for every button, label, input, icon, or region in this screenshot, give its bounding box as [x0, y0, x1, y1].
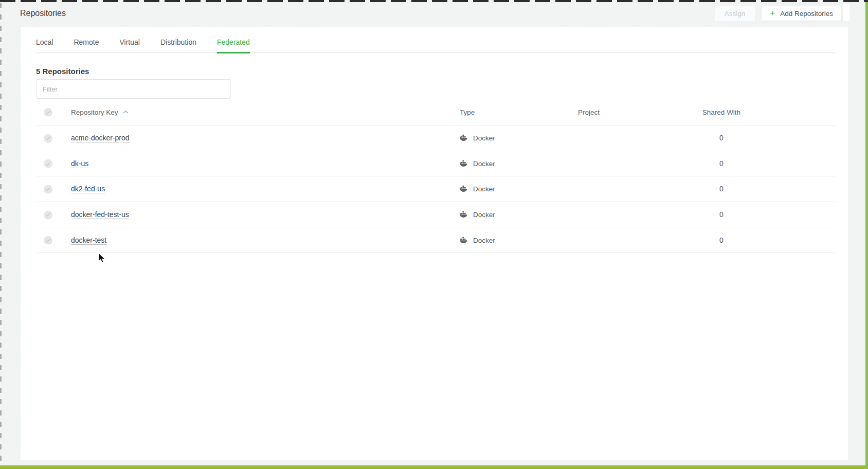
shared-with-count: 0 [699, 134, 744, 142]
tab-federated[interactable]: Federated [217, 38, 250, 52]
docker-whale-icon [460, 237, 467, 243]
type-label: Docker [473, 185, 495, 193]
table-header-row: Repository Key Type Project Shared With [36, 99, 836, 125]
row-checkbox[interactable] [44, 159, 52, 169]
table-row: dk2-fed-usDocker0 [36, 176, 836, 202]
repo-count-heading: 5 Repositories [36, 67, 836, 76]
partial-element-sliver [843, 4, 849, 21]
page-title: Repositories [20, 9, 66, 18]
type-label: Docker [473, 236, 495, 244]
repository-key-header-label: Repository Key [71, 108, 118, 116]
table-row: docker-fed-test-usDocker0 [36, 202, 836, 228]
frame-right-green-bar [865, 2, 868, 469]
plus-icon: + [770, 8, 775, 18]
type-label: Docker [473, 134, 495, 142]
type-cell: Docker [460, 185, 495, 193]
sort-ascending-icon [123, 110, 129, 114]
repository-link[interactable]: dk-us [71, 159, 88, 168]
type-cell: Docker [460, 159, 495, 167]
check-icon [46, 187, 50, 191]
select-all-checkbox[interactable] [44, 107, 52, 117]
docker-whale-icon [460, 160, 467, 167]
docker-whale-icon [460, 135, 467, 141]
tab-bar: LocalRemoteVirtualDistributionFederated [36, 27, 836, 53]
type-label: Docker [473, 211, 495, 219]
filter-input[interactable] [36, 79, 231, 99]
check-circle-icon [44, 210, 52, 219]
check-icon [46, 162, 50, 166]
shared-with-count: 0 [699, 210, 744, 219]
type-cell: Docker [460, 134, 495, 142]
tab-distribution[interactable]: Distribution [160, 38, 196, 52]
check-circle-icon [44, 108, 52, 117]
column-header-type: Type [460, 108, 475, 116]
shared-with-count: 0 [699, 236, 744, 244]
check-circle-icon [44, 159, 52, 168]
app-window: Repositories Assign + Add Repositories L… [0, 0, 868, 469]
check-icon [46, 238, 50, 242]
add-repositories-label: Add Repositories [780, 10, 833, 17]
repository-link[interactable]: acme-docker-prod [71, 134, 130, 142]
type-cell: Docker [460, 211, 495, 219]
repository-link[interactable]: docker-test [71, 236, 106, 244]
row-checkbox[interactable] [44, 184, 52, 194]
check-circle-icon [44, 236, 52, 245]
docker-whale-icon [460, 211, 467, 218]
tab-local[interactable]: Local [36, 38, 53, 52]
tab-virtual[interactable]: Virtual [120, 38, 140, 52]
column-header-shared-with: Shared With [699, 108, 744, 116]
shared-with-count: 0 [699, 185, 744, 193]
tab-remote[interactable]: Remote [74, 38, 99, 52]
check-icon [46, 213, 50, 217]
table-body: acme-docker-prodDocker0dk-usDocker0dk2-f… [36, 125, 836, 253]
column-header-repository-key[interactable]: Repository Key [71, 108, 129, 116]
check-circle-icon [44, 134, 52, 143]
table-row: acme-docker-prodDocker0 [36, 125, 836, 151]
check-icon [46, 110, 50, 114]
frame-top-dashed-edge [0, 0, 868, 2]
repositories-panel: LocalRemoteVirtualDistributionFederated … [21, 27, 848, 460]
table-row: docker-testDocker0 [36, 227, 836, 253]
table-row: dk-usDocker0 [36, 151, 836, 177]
check-icon [46, 136, 50, 140]
assign-button[interactable]: Assign [715, 6, 755, 21]
row-checkbox[interactable] [44, 235, 52, 245]
type-cell: Docker [460, 236, 495, 244]
topbar-actions: Assign + Add Repositories [715, 6, 842, 21]
repository-link[interactable]: docker-fed-test-us [71, 210, 129, 219]
row-checkbox[interactable] [44, 133, 52, 143]
repository-link[interactable]: dk2-fed-us [71, 185, 105, 193]
docker-whale-icon [460, 186, 467, 192]
frame-bottom-green-bar [0, 465, 868, 469]
add-repositories-button[interactable]: + Add Repositories [761, 6, 842, 21]
column-header-project: Project [578, 108, 600, 116]
check-circle-icon [44, 185, 52, 194]
shared-with-count: 0 [699, 159, 744, 168]
type-label: Docker [473, 159, 495, 167]
row-checkbox[interactable] [44, 210, 52, 220]
frame-left-dashed-edge [0, 3, 2, 469]
